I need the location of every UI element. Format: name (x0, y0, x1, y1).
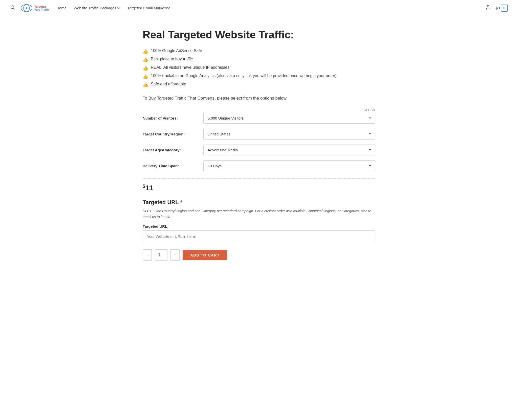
form-label: Target Country/Region: (143, 132, 198, 136)
url-field-label: Targeted URL: (143, 224, 375, 228)
select-prompt: To Buy Targeted Traffic That Converts, p… (143, 96, 375, 101)
form-row: Delivery Time Span:5 Days10 Days15 Days3… (143, 160, 375, 171)
form-select-wrap: Advertising MediaArts & EntertainmentBus… (203, 145, 375, 155)
form-select-wrap: 5 Days10 Days15 Days30 Days (203, 160, 375, 171)
quantity-input[interactable] (155, 249, 167, 261)
feature-item: 👍100% Google AdSense Safe (143, 49, 375, 54)
thumbs-up-icon: 👍 (143, 82, 148, 88)
cart-wrap[interactable]: $0 0 (495, 5, 508, 12)
nav-home[interactable]: Home (56, 6, 67, 10)
thumbs-up-icon: 👍 (143, 65, 148, 71)
required-star: * (180, 199, 183, 206)
chevron-down-icon (117, 7, 120, 9)
cart-price: $0 (495, 6, 500, 10)
form-select-wrap: 1,000 Unique Visitors2,000 Unique Visito… (203, 113, 375, 124)
targeted-url-section: Targeted URL * NOTE: One Country/Region … (143, 199, 375, 249)
quantity-increase-button[interactable]: + (170, 249, 180, 261)
cart-count: 0 (501, 5, 508, 12)
svg-point-5 (26, 7, 27, 9)
form-fields: Number of Visitors:1,000 Unique Visitors… (143, 113, 375, 171)
select-field-0[interactable]: 1,000 Unique Visitors2,000 Unique Visito… (203, 113, 375, 124)
price-symbol: $ (143, 184, 145, 189)
thumbs-up-icon: 👍 (143, 49, 148, 54)
clear-link[interactable]: CLEAR (143, 108, 375, 112)
price-value: 11 (145, 184, 153, 192)
feature-item: 👍100% trackable on Google Analytics (als… (143, 74, 375, 79)
svg-line-1 (14, 8, 15, 9)
form-row: Target Country/Region:United StatesUnite… (143, 129, 375, 139)
page-title: Real Targeted Website Traffic: (143, 29, 375, 41)
nav-email-marketing[interactable]: Targeted Email Marketing (127, 6, 170, 10)
add-to-cart-button[interactable]: ADD TO CART (183, 250, 227, 260)
feature-item: 👍Best place to buy traffic (143, 57, 375, 63)
nav-packages[interactable]: Website Traffic Packages (74, 6, 120, 10)
cart-row: − + ADD TO CART (143, 249, 375, 261)
url-section-title: Targeted URL * (143, 199, 375, 206)
url-input[interactable] (143, 230, 375, 242)
feature-item: 👍Safe and affordable (143, 82, 375, 88)
navigation: Home Website Traffic Packages Targeted E… (56, 6, 485, 10)
price-divider (143, 178, 375, 179)
form-label: Target Age/Category: (143, 148, 198, 152)
logo[interactable]: Targeted Web Traffic (20, 4, 49, 13)
price-display: $11 (143, 184, 375, 192)
feature-list: 👍100% Google AdSense Safe👍Best place to … (143, 49, 375, 88)
quantity-decrease-button[interactable]: − (143, 249, 152, 261)
thumbs-up-icon: 👍 (143, 57, 148, 63)
header-right: $0 0 (485, 5, 508, 12)
form-label: Number of Visitors: (143, 116, 198, 120)
form-select-wrap: United StatesUnited KingdomCanadaAustral… (203, 129, 375, 139)
header: Targeted Web Traffic Home Website Traffi… (0, 0, 518, 16)
select-field-3[interactable]: 5 Days10 Days15 Days30 Days (203, 160, 375, 171)
thumbs-up-icon: 👍 (143, 74, 148, 79)
form-label: Delivery Time Span: (143, 164, 198, 168)
search-icon[interactable] (10, 5, 15, 11)
form-row: Number of Visitors:1,000 Unique Visitors… (143, 113, 375, 124)
form-row: Target Age/Category:Advertising MediaArt… (143, 145, 375, 155)
svg-point-6 (487, 5, 489, 7)
main-content: Real Targeted Website Traffic: 👍100% Goo… (133, 16, 385, 281)
select-field-2[interactable]: Advertising MediaArts & EntertainmentBus… (203, 145, 375, 155)
user-icon[interactable] (485, 5, 491, 11)
url-note: NOTE: One Country/Region and one Categor… (143, 208, 375, 220)
feature-item: 👍REAL! All visitors have unique IP addre… (143, 65, 375, 71)
select-field-1[interactable]: United StatesUnited KingdomCanadaAustral… (203, 129, 375, 139)
